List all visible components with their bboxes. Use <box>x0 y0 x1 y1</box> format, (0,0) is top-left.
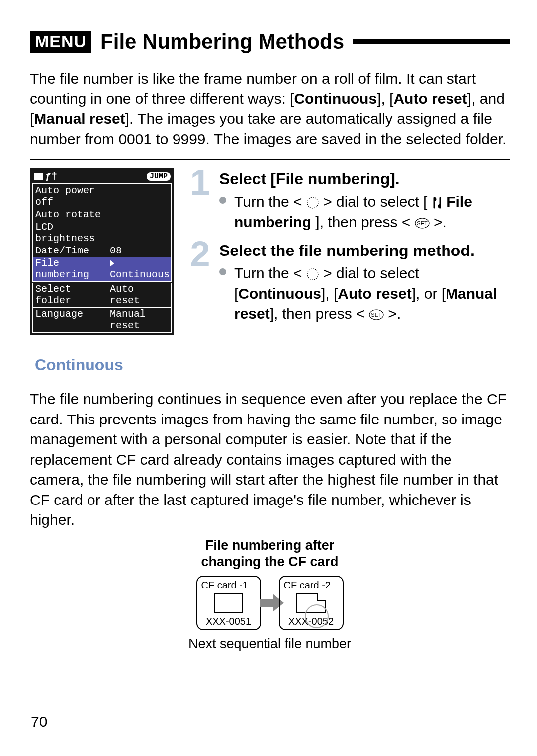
menu-row: LCD brightness <box>33 221 171 245</box>
menu-badge: MENU <box>30 31 91 53</box>
svg-text:SET: SET <box>417 220 428 226</box>
section-divider <box>30 159 510 160</box>
dial-icon <box>306 196 319 209</box>
diagram-title-line2: changing the CF card <box>201 554 338 569</box>
step-2: 2 Select the file numbering method. Turn… <box>189 240 510 326</box>
page-title: File Numbering Methods <box>100 30 344 54</box>
menu-row: Date/Time08 <box>33 245 171 257</box>
tools-icon <box>432 197 443 209</box>
step-number: 2 <box>189 240 211 326</box>
page-title-row: MENU File Numbering Methods <box>30 30 510 54</box>
subsection-heading-continuous: Continuous <box>35 356 510 374</box>
cf-card-1: CF card -1 XXX-0051 <box>196 576 261 630</box>
step-heading: Select [File numbering]. <box>219 168 510 190</box>
step-bullet: Turn the < > dial to select [Continuous]… <box>219 263 510 324</box>
svg-point-0 <box>307 197 318 208</box>
image-frame-icon <box>214 593 243 613</box>
menu-row: Auto rotate <box>33 208 171 221</box>
diagram-title-line1: File numbering after <box>205 538 335 553</box>
set-button-icon: SET <box>415 218 430 229</box>
menu-tab-label: ƒ† <box>45 171 57 182</box>
cf-card-2-label: CF card -2 <box>284 580 331 591</box>
highlight-circle-icon <box>305 604 329 628</box>
cf-card-2: CF card -2 XXX-0052 <box>279 576 344 630</box>
diagram-caption: Next sequential file number <box>30 636 510 652</box>
cf-card-1-filenum: XXX-0051 <box>206 616 251 627</box>
title-rule <box>353 39 510 44</box>
menu-row: LanguageManual reset <box>33 307 171 332</box>
menu-row: Select folderAuto reset <box>33 283 171 307</box>
svg-point-3 <box>307 269 318 280</box>
continuous-body-text: The file numbering continues in sequence… <box>30 389 510 530</box>
cf-card-diagram: File numbering after changing the CF car… <box>30 537 510 652</box>
menu-row: Auto power off <box>33 184 171 208</box>
menu-tab-icon <box>34 173 43 180</box>
set-button-icon: SET <box>369 309 384 320</box>
step-1: 1 Select [File numbering]. Turn the < > … <box>189 168 510 234</box>
camera-menu-screenshot: ƒ† JUMP Auto power off Auto rotate LCD b… <box>30 168 174 335</box>
step-bullet: Turn the < > dial to select [ File numbe… <box>219 192 510 232</box>
jump-badge: JUMP <box>147 172 171 181</box>
menu-row-selected: File numberingContinuous <box>33 257 171 281</box>
cf-card-1-label: CF card -1 <box>201 580 248 591</box>
page-number: 70 <box>31 713 47 730</box>
intro-paragraph: The file number is like the frame number… <box>30 69 510 149</box>
svg-text:SET: SET <box>371 312 382 318</box>
dial-icon <box>306 268 319 281</box>
step-heading: Select the file numbering method. <box>219 240 510 261</box>
step-number: 1 <box>189 168 211 234</box>
